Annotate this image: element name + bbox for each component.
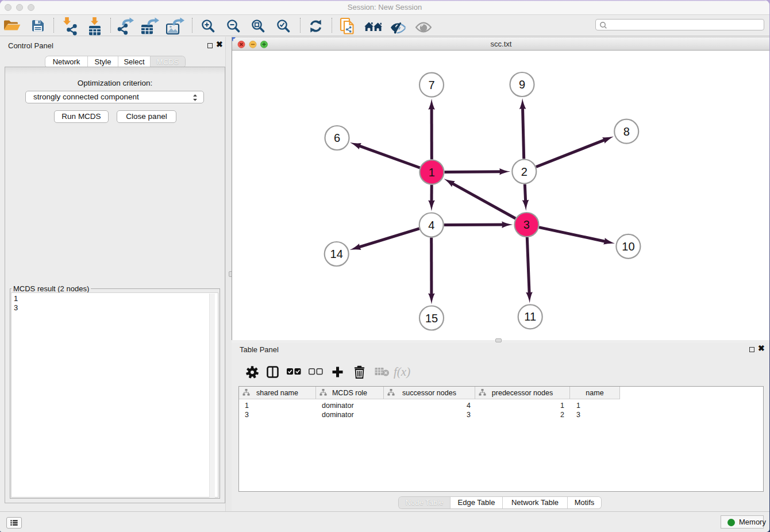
svg-text:6: 6 <box>334 132 340 144</box>
svg-text:11: 11 <box>524 310 536 323</box>
svg-text:7: 7 <box>428 79 434 91</box>
svg-text:3: 3 <box>523 218 530 231</box>
svg-text:1: 1 <box>429 166 435 179</box>
svg-text:4: 4 <box>428 219 434 232</box>
svg-text:14: 14 <box>330 248 343 260</box>
svg-text:2: 2 <box>521 165 528 178</box>
svg-text:8: 8 <box>623 125 630 138</box>
svg-text:10: 10 <box>622 240 634 253</box>
svg-text:15: 15 <box>425 312 438 325</box>
svg-text:9: 9 <box>519 78 525 91</box>
